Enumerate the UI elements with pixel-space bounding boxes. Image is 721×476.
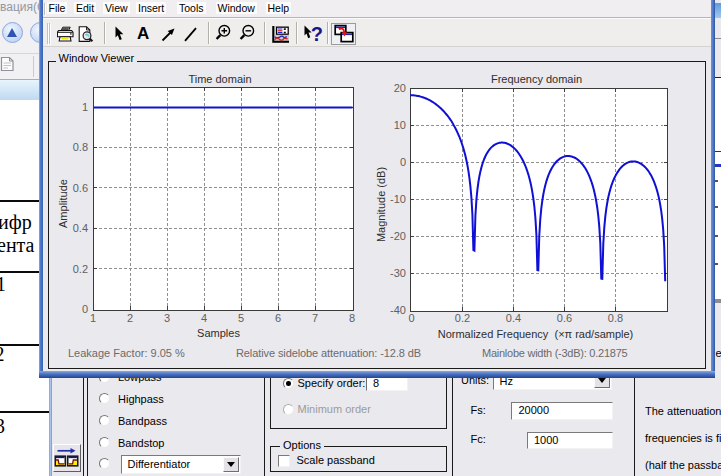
svg-text:?: ? bbox=[310, 25, 322, 44]
